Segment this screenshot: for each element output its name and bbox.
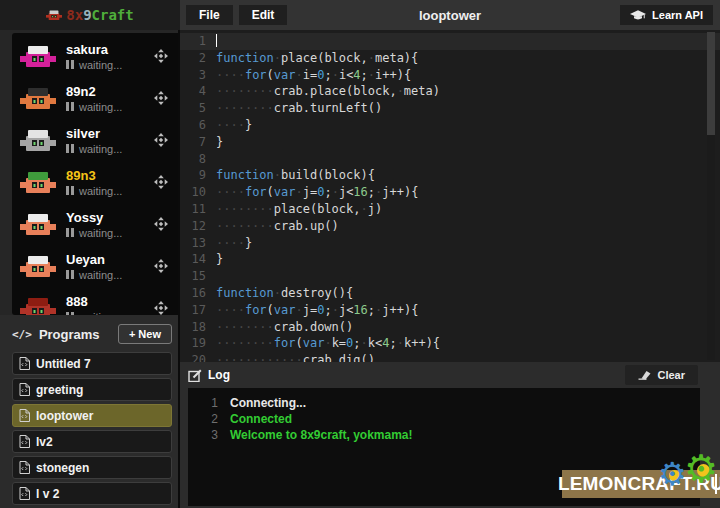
code-line[interactable]: 19 ········for(var·k=0;·k<4;·k++){ [180,335,720,352]
code-line[interactable]: 20 ············crab.dig() [180,352,720,362]
code-text: ········crab.turnLeft() [216,100,382,117]
player-row[interactable]: Ueyan waiting... [12,245,178,287]
line-number: 18 [180,319,206,336]
code-text: function·destroy(){ [216,285,353,302]
editor-column: 1 2 function·place(block,·meta){ 3 ····f… [180,30,720,508]
code-text: ····for(var·i=0;·i<4;·i++){ [216,67,411,84]
scrollbar-thumb[interactable] [707,32,715,135]
program-item[interactable]: l v 2 [12,482,172,505]
code-line[interactable]: 13 ····} [180,235,720,252]
player-row[interactable]: silver waiting... [12,119,178,161]
line-number: 4 [180,83,206,100]
code-line[interactable]: 2 function·place(block,·meta){ [180,50,720,67]
player-row[interactable]: 89n2 waiting... [12,77,178,119]
line-number: 9 [180,167,206,184]
graduation-cap-icon [630,10,646,21]
code-line[interactable]: 17 ····for(var·j=0;·j<16;·j++){ [180,302,720,319]
program-item[interactable]: stonegen [12,456,172,479]
player-locate-icon[interactable] [154,91,168,105]
code-text: ········crab.place(block,·meta) [216,83,440,100]
program-label: stonegen [36,461,89,475]
code-line[interactable]: 12 ········crab.up() [180,218,720,235]
program-label: greeting [36,383,83,397]
gear-blue-icon: ⚙ [658,458,687,490]
player-status: waiting... [66,227,154,239]
log-entry: 3 Welcome to 8x9craft, yokmama! [188,427,700,443]
line-number: 20 [180,352,206,362]
player-meta: silver waiting... [66,126,154,155]
script-file-icon [19,357,30,370]
player-status: waiting... [66,59,154,71]
player-status-text: waiting... [79,101,122,113]
code-line[interactable]: 10 ····for(var·j=0;·j<16;·j++){ [180,184,720,201]
sidebar: sakura waiting... 89n2 [0,30,180,508]
player-meta: sakura waiting... [66,42,154,71]
new-program-button[interactable]: + New [118,324,172,344]
log-line-number: 3 [188,427,218,443]
code-line[interactable]: 7 } [180,134,720,151]
code-line[interactable]: 1 [180,33,720,50]
player-status-text: waiting... [79,143,122,155]
code-text: } [216,134,223,151]
player-name: 888 [66,294,154,309]
crab-avatar-icon [20,295,56,315]
log-message: Welcome to 8x9craft, yokmama! [230,427,413,443]
clear-log-button[interactable]: Clear [625,365,698,385]
code-line[interactable]: 8 [180,151,720,168]
player-meta: Ueyan waiting... [66,252,154,281]
player-row[interactable]: sakura waiting... [12,35,178,77]
code-line[interactable]: 6 ····} [180,117,720,134]
program-label: Untitled 7 [36,357,91,371]
line-number: 16 [180,285,206,302]
player-row[interactable]: 89n3 waiting... [12,161,178,203]
code-line[interactable]: 3 ····for(var·i=0;·i<4;·i++){ [180,67,720,84]
editor-scrollbar[interactable] [707,32,715,360]
line-number: 15 [180,268,206,285]
code-line[interactable]: 16 function·destroy(){ [180,285,720,302]
line-number: 3 [180,67,206,84]
crab-avatar-icon [20,43,56,69]
top-bar: 8x9Craft File Edit looptower Learn API [0,0,720,30]
player-status-text: waiting... [79,185,122,197]
program-item[interactable]: greeting [12,378,172,401]
player-locate-icon[interactable] [154,133,168,147]
program-list: Untitled 7 greeting looptower lv2 [12,352,172,505]
code-editor[interactable]: 1 2 function·place(block,·meta){ 3 ····f… [180,30,720,362]
edit-menu-button[interactable]: Edit [239,5,288,25]
line-number: 8 [180,151,206,168]
program-item[interactable]: looptower [12,404,172,427]
code-line[interactable]: 4 ········crab.place(block,·meta) [180,83,720,100]
code-line[interactable]: 9 function·build(block){ [180,167,720,184]
crab-avatar-icon [20,127,56,153]
file-menu-button[interactable]: File [186,5,233,25]
player-locate-icon[interactable] [154,175,168,189]
code-line[interactable]: 18 ········crab.down() [180,319,720,336]
program-label: lv2 [36,435,53,449]
crab-avatar-icon [20,169,56,195]
player-locate-icon[interactable] [154,217,168,231]
learn-api-button[interactable]: Learn API [620,5,713,25]
program-item[interactable]: lv2 [12,430,172,453]
player-name: Yossy [66,210,154,225]
menu-bar: File Edit looptower Learn API [180,0,720,30]
player-row[interactable]: Yossy waiting... [12,203,178,245]
log-line-number: 2 [188,411,218,427]
clear-label: Clear [657,369,685,381]
code-line[interactable]: 5 ········crab.turnLeft() [180,100,720,117]
logo-text: 8x9Craft [66,7,133,23]
player-name: sakura [66,42,154,57]
player-locate-icon[interactable] [154,301,168,315]
programs-header: </> Programs + New [12,322,172,346]
code-line[interactable]: 11 ········place(block,·j) [180,201,720,218]
line-number: 19 [180,335,206,352]
code-text: ········place(block,·j) [216,201,382,218]
player-meta: 89n2 waiting... [66,84,154,113]
pause-icon [71,144,74,153]
code-line[interactable]: 15 [180,268,720,285]
code-line[interactable]: 14 } [180,251,720,268]
player-meta: 89n3 waiting... [66,168,154,197]
program-item[interactable]: Untitled 7 [12,352,172,375]
player-row[interactable]: 888 waiting... [12,287,178,315]
player-locate-icon[interactable] [154,49,168,63]
player-locate-icon[interactable] [154,259,168,273]
